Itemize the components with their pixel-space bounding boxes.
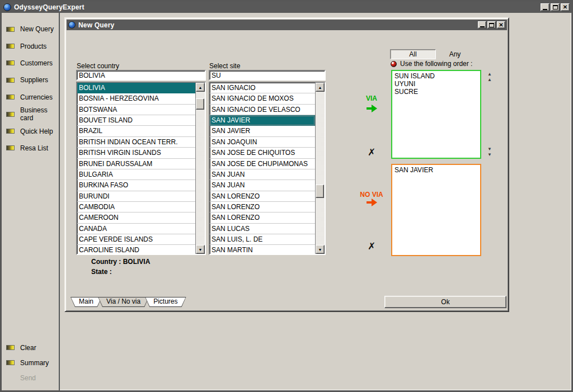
menu-bar-icon <box>6 60 15 65</box>
menu-bar-icon <box>6 112 15 117</box>
dialog-minimize-button[interactable] <box>478 21 486 29</box>
dialog-titlebar: New Query ✕ <box>67 20 507 30</box>
tab-main[interactable]: Main <box>71 297 102 307</box>
site-listbox: SAN IGNACIOSAN IGNACIO DE MOXOSSAN IGNAC… <box>209 82 326 255</box>
country-filter-input[interactable] <box>76 70 206 81</box>
no-via-order-list[interactable]: SAN JAVIER <box>391 164 481 256</box>
country-list-item[interactable]: BURKINA FASO <box>77 180 195 191</box>
move-down-button[interactable]: ▼▼ <box>485 147 494 158</box>
app-title: OdysseyQueryExpert <box>14 3 84 11</box>
country-list-item[interactable]: CAPE VERDE ISLANDS <box>77 234 195 245</box>
select-country-label: Select country <box>77 62 119 70</box>
site-list-rows: SAN IGNACIOSAN IGNACIO DE MOXOSSAN IGNAC… <box>210 83 315 254</box>
dialog-tabs: Main Via / No via Pictures <box>71 297 182 307</box>
site-list-item[interactable]: SAN MARTIN <box>210 245 315 255</box>
site-list-item[interactable]: SAN LUCAS <box>210 224 315 234</box>
move-up-button[interactable]: ▲▲ <box>485 72 494 83</box>
sidebar-item-suppliers[interactable]: Suppliers <box>2 72 59 88</box>
menu-bar-icon <box>6 129 15 134</box>
country-list-rows: BOLIVIABOSNIA - HERZEGOVINABOTSWANABOUVE… <box>77 83 195 254</box>
site-list-item[interactable]: SAN IGNACIO DE VELASCO <box>210 105 315 115</box>
maximize-button[interactable] <box>551 3 560 11</box>
all-toggle-button[interactable]: All <box>390 49 436 59</box>
country-list-item[interactable]: BRAZIL <box>77 126 195 136</box>
via-arrow-icon[interactable] <box>367 105 377 112</box>
site-list-item[interactable]: SAN IGNACIO <box>210 83 315 93</box>
scroll-up-button[interactable]: ▲ <box>316 83 325 92</box>
site-filter-input[interactable] <box>209 70 326 81</box>
site-list-item[interactable]: SAN JUAN <box>210 180 315 191</box>
scroll-down-button[interactable]: ▼ <box>316 245 325 254</box>
sidebar-item-clear[interactable]: Clear <box>2 340 59 355</box>
dialog-title: New Query <box>78 21 115 29</box>
dialog-close-button[interactable]: ✕ <box>497 21 505 29</box>
sidebar-item-customers[interactable]: Customers <box>2 55 59 72</box>
site-list-item[interactable]: SAN JUAN <box>210 169 315 180</box>
site-list-item[interactable]: SAN JAVIER <box>210 126 315 136</box>
no-via-label: NO VIA <box>353 191 390 199</box>
sidebar-item-quick-help[interactable]: Quick Help <box>2 122 59 139</box>
minimize-icon <box>543 9 547 10</box>
no-via-arrow-icon[interactable] <box>367 199 377 206</box>
app-icon <box>3 3 11 11</box>
menu-bar-icon <box>6 95 15 100</box>
sidebar-item-new-query[interactable]: New Query <box>2 21 59 37</box>
via-order-list[interactable]: SUN ISLANDUYUNISUCRE <box>391 70 481 159</box>
country-list-item[interactable]: BOSNIA - HERZEGOVINA <box>77 93 195 104</box>
use-order-radio[interactable] <box>391 61 397 67</box>
via-order-item[interactable]: SUN ISLAND <box>394 72 480 80</box>
dialog-maximize-button[interactable] <box>487 21 496 29</box>
scrollbar-thumb[interactable] <box>196 98 204 110</box>
sidebar-item-business-card[interactable]: Business card <box>2 106 59 122</box>
status-state: State : <box>91 268 112 276</box>
any-toggle-button[interactable]: Any <box>438 50 472 59</box>
tab-pictures[interactable]: Pictures <box>145 297 186 307</box>
no-via-order-item[interactable]: SAN JAVIER <box>394 166 480 174</box>
minimize-button[interactable] <box>541 3 549 11</box>
dialog-body: Select country BOLIVIABOSNIA - HERZEGOVI… <box>67 30 507 310</box>
site-list-item[interactable]: SAN JOSE DE CHUPIAMONAS <box>210 159 315 169</box>
site-list-item[interactable]: SAN LORENZO <box>210 202 315 212</box>
site-list-item[interactable]: SAN JAVIER <box>210 115 315 126</box>
country-list-item[interactable]: BRITISH VIRGIN ISLANDS <box>77 148 195 158</box>
sidebar-item-resa-list[interactable]: Resa List <box>2 140 59 157</box>
site-scrollbar[interactable]: ▲ ▼ <box>315 83 325 254</box>
scroll-up-button[interactable]: ▲ <box>196 83 205 92</box>
country-list-item[interactable]: BOUVET ISLAND <box>77 115 195 126</box>
remove-no-via-icon[interactable]: ✗ <box>353 240 390 252</box>
site-list-item[interactable]: SAN LORENZO <box>210 191 315 202</box>
country-scrollbar[interactable]: ▲ ▼ <box>195 83 205 254</box>
site-list-item[interactable]: SAN JOAQUIN <box>210 137 315 148</box>
ok-button[interactable]: Ok <box>384 296 506 308</box>
country-list-item[interactable]: BOLIVIA <box>77 83 195 93</box>
tab-via-no-via[interactable]: Via / No via <box>98 297 149 307</box>
sidebar-item-send[interactable]: Send <box>2 370 59 385</box>
remove-via-icon[interactable]: ✗ <box>353 147 390 158</box>
close-button[interactable]: ✕ <box>561 3 570 11</box>
maximize-icon <box>489 23 494 27</box>
via-order-item[interactable]: SUCRE <box>394 88 480 96</box>
country-list-item[interactable]: BRITISH INDIAN OCEAN TERR. <box>77 137 195 148</box>
sidebar-item-products[interactable]: Products <box>2 37 59 54</box>
scrollbar-thumb[interactable] <box>316 185 324 198</box>
country-listbox: BOLIVIABOSNIA - HERZEGOVINABOTSWANABOUVE… <box>76 82 206 255</box>
country-list-item[interactable]: BULGARIA <box>77 169 195 180</box>
country-list-item[interactable]: CAROLINE ISLAND <box>77 245 195 255</box>
sidebar-item-summary[interactable]: Summary <box>2 355 59 370</box>
country-list-item[interactable]: CAMBODIA <box>77 202 195 212</box>
site-list-item[interactable]: SAN JOSE DE CHIQUITOS <box>210 148 315 158</box>
country-list-item[interactable]: BURUNDI <box>77 191 195 202</box>
site-list-item[interactable]: SAN LORENZO <box>210 212 315 223</box>
country-list-item[interactable]: CANADA <box>77 224 195 234</box>
menu-bar-icon <box>6 345 15 350</box>
country-list-item[interactable]: CAMEROON <box>77 212 195 223</box>
country-list-item[interactable]: BOTSWANA <box>77 105 195 115</box>
site-list-item[interactable]: SAN LUIS, L. DE <box>210 234 315 245</box>
sidebar-item-label: Summary <box>20 359 49 367</box>
via-order-item[interactable]: UYUNI <box>394 80 480 88</box>
site-list-item[interactable]: SAN IGNACIO DE MOXOS <box>210 93 315 104</box>
sidebar-item-currencies[interactable]: Currencies <box>2 89 59 106</box>
sidebar-bottom-group: ClearSummarySend <box>2 340 59 385</box>
scroll-down-button[interactable]: ▼ <box>196 245 205 254</box>
country-list-item[interactable]: BRUNEI DARUSSALAM <box>77 159 195 169</box>
